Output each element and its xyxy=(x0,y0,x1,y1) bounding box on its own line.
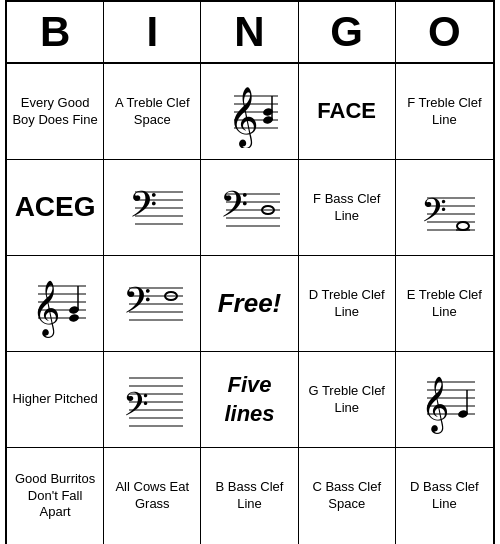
svg-text:𝄢: 𝄢 xyxy=(421,192,447,237)
header-i: I xyxy=(104,2,201,62)
treble-note2-icon: 𝄞 xyxy=(413,364,475,436)
cell-text: Higher Pitched xyxy=(12,391,97,408)
svg-text:𝄢: 𝄢 xyxy=(129,185,157,234)
cell-text: Good Burritos Don't Fall Apart xyxy=(11,471,99,522)
cell-text: All Cows Eat Grass xyxy=(108,479,196,513)
cell-r1c1: 𝄢 xyxy=(104,160,201,256)
cell-text: B Bass Clef Line xyxy=(205,479,293,513)
bass-clef-note2-icon: 𝄢 xyxy=(413,172,475,244)
header-b: B xyxy=(7,2,104,62)
svg-point-28 xyxy=(457,222,469,230)
cell-r1c0: ACEG xyxy=(7,160,104,256)
cell-r4c4: D Bass Clef Line xyxy=(396,448,493,544)
bass-clef-staff-icon: 𝄢 xyxy=(121,172,183,244)
cell-r3c0: Higher Pitched xyxy=(7,352,104,448)
header-g: G xyxy=(299,2,396,62)
cell-text: Every Good Boy Does Fine xyxy=(11,95,99,129)
bass-clef-staff2-icon: 𝄢 xyxy=(121,268,183,340)
cell-r0c0: Every Good Boy Does Fine xyxy=(7,64,104,160)
cell-r3c3: G Treble Clef Line xyxy=(299,352,396,448)
cell-text: ACEG xyxy=(15,189,96,225)
cell-r1c4: 𝄢 xyxy=(396,160,493,256)
cell-text: F Bass Clef Line xyxy=(303,191,391,225)
cell-r4c2: B Bass Clef Line xyxy=(201,448,298,544)
cell-r3c2: Five lines xyxy=(201,352,298,448)
cell-text: F Treble Clef Line xyxy=(400,95,489,129)
cell-r3c4: 𝄞 xyxy=(396,352,493,448)
svg-text:𝄢: 𝄢 xyxy=(220,185,248,234)
cell-r3c1: 𝄢 xyxy=(104,352,201,448)
cell-text: Five lines xyxy=(205,371,293,428)
svg-text:𝄞: 𝄞 xyxy=(32,280,60,338)
header-o: O xyxy=(396,2,493,62)
bingo-header: B I N G O xyxy=(7,2,493,64)
cell-r4c3: C Bass Clef Space xyxy=(299,448,396,544)
cell-r2c2: Free! xyxy=(201,256,298,352)
cell-r0c1: A Treble Clef Space xyxy=(104,64,201,160)
cell-text: D Bass Clef Line xyxy=(400,479,489,513)
cell-text: G Treble Clef Line xyxy=(303,383,391,417)
svg-text:𝄢: 𝄢 xyxy=(123,281,151,330)
cell-r4c1: All Cows Eat Grass xyxy=(104,448,201,544)
cell-text: A Treble Clef Space xyxy=(108,95,196,129)
cell-r0c3: FACE xyxy=(299,64,396,160)
cell-text: FACE xyxy=(317,97,376,126)
cell-text: E Treble Clef Line xyxy=(400,287,489,321)
svg-text:𝄢: 𝄢 xyxy=(123,386,149,431)
cell-text: D Treble Clef Line xyxy=(303,287,391,321)
cell-r2c3: D Treble Clef Line xyxy=(299,256,396,352)
cell-r1c2: 𝄢 xyxy=(201,160,298,256)
treble-staff-icon: 𝄞 xyxy=(24,268,86,340)
bingo-card: B I N G O Every Good Boy Does Fine A Tre… xyxy=(5,0,495,544)
cell-text: Free! xyxy=(218,287,282,321)
cell-text: C Bass Clef Space xyxy=(303,479,391,513)
header-n: N xyxy=(201,2,298,62)
svg-text:𝄞: 𝄞 xyxy=(228,87,259,148)
svg-text:𝄞: 𝄞 xyxy=(421,376,449,434)
cell-r0c2: 𝄞 xyxy=(201,64,298,160)
cell-r2c0: 𝄞 xyxy=(7,256,104,352)
bass-clef-note-icon: 𝄢 xyxy=(218,172,280,244)
bass-staff-lines-icon: 𝄢 xyxy=(121,364,183,436)
cell-r2c1: 𝄢 xyxy=(104,256,201,352)
cell-r0c4: F Treble Clef Line xyxy=(396,64,493,160)
cell-r4c0: Good Burritos Don't Fall Apart xyxy=(7,448,104,544)
cell-r2c4: E Treble Clef Line xyxy=(396,256,493,352)
svg-point-38 xyxy=(68,313,79,322)
cell-r1c3: F Bass Clef Line xyxy=(299,160,396,256)
bingo-grid: Every Good Boy Does Fine A Treble Clef S… xyxy=(7,64,493,544)
treble-clef-icon: 𝄞 xyxy=(218,76,280,148)
